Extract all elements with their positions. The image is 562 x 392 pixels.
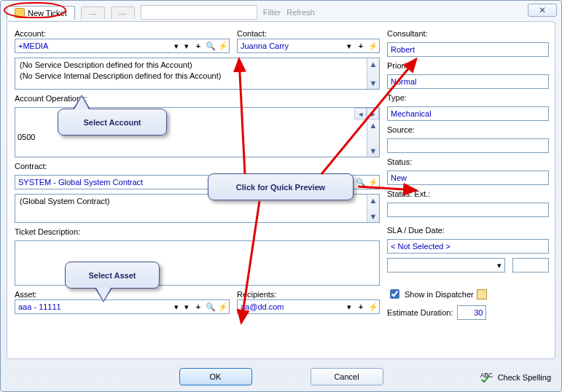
check-spelling-button[interactable]: ABC Check Spelling [480,372,551,383]
asset-label: Asset: [15,290,230,299]
spellcheck-icon: ABC [480,372,493,383]
show-dispatcher-label: Show in Dispatcher [405,290,474,299]
tab-label: New Ticket [28,9,67,17]
annotation-select-account: Select Account [58,109,167,136]
annotation-quick-preview: Click for Quick Preview [208,173,354,200]
asset-quickpreview-button[interactable] [217,301,229,313]
source-input[interactable] [387,138,549,153]
type-input[interactable] [387,106,549,121]
ops-scroll-left-icon: ◂ [354,108,367,119]
service-description-box: (No Service Description defined for this… [15,58,380,90]
svc-line-2: (No Service Internal Description defined… [20,71,375,82]
account-search-button[interactable] [205,40,216,52]
dialog-button-bar: OK Cancel [1,368,561,385]
account-label: Account: [15,29,230,38]
account-add-button[interactable] [192,40,204,52]
scroll-up-icon[interactable]: ▲ [367,195,379,206]
account-input[interactable] [15,39,171,52]
status-ext-input[interactable] [387,203,549,217]
asset-search-button[interactable] [205,301,216,313]
sla-label: SLA / Due Date: [387,226,549,235]
ticket-icon [15,8,25,18]
contact-add-button[interactable] [355,40,367,52]
ticket-desc-label: Ticket Description: [15,227,380,236]
contact-label: Contact: [237,29,380,38]
dispatcher-icon [477,289,487,299]
annotation-select-asset: Select Asset [65,262,160,289]
asset-combo[interactable]: ▾ ▾ [15,299,230,314]
asset-input[interactable] [15,300,171,313]
priority-label: Priority: [387,61,549,70]
right-column: Consultant: Priority: Type: Source: Stat… [387,29,549,351]
consultant-input[interactable] [387,42,549,57]
contract-label: Contract: [15,162,380,170]
ok-button[interactable]: OK [179,368,252,385]
scroll-down-icon[interactable]: ▼ [367,211,379,222]
scroll-up-icon[interactable]: ▲ [367,119,379,131]
recipients-quickpreview-button[interactable] [367,301,379,313]
account-dropdown-icon2[interactable]: ▾ [182,42,192,51]
tab-disabled-1: --- [81,7,105,19]
asset-dropdown-icon[interactable]: ▾ [171,302,182,312]
tab-new-ticket[interactable]: New Ticket [7,6,75,20]
scroll-down-icon[interactable]: ▼ [367,145,379,157]
contact-dropdown-icon[interactable]: ▾ [344,42,354,51]
contract-search-button[interactable] [355,176,367,188]
recipients-label: Recipients: [237,290,380,299]
filter-label: Filter [263,8,281,17]
cancel-button[interactable]: Cancel [311,368,383,385]
consultant-label: Consultant: [387,29,549,38]
ops-scrollbar[interactable]: ▲ ▼ [367,119,379,157]
source-label: Source: [387,125,549,134]
scroll-down-icon[interactable]: ▼ [367,77,379,89]
sla-select[interactable] [387,239,549,254]
estimate-duration-label: Estimate Duration: [387,308,453,317]
status-input[interactable] [387,170,549,185]
ops-mini-scroll[interactable]: ◂▸ [354,108,379,119]
tab-bar: New Ticket --- --- Filter Refresh ✕ [1,1,561,21]
contact-combo[interactable]: ▾ [237,39,380,53]
asset-add-button[interactable] [192,301,204,313]
close-icon: ✕ [539,5,546,15]
estimate-duration-input[interactable] [457,305,486,320]
sla-time-input[interactable] [512,258,549,273]
scroll-up-icon[interactable]: ▲ [367,58,379,70]
svc-line-1: (No Service Description defined for this… [20,60,375,71]
close-button[interactable]: ✕ [528,4,557,17]
new-ticket-dialog: New Ticket --- --- Filter Refresh ✕ Acco… [0,0,562,392]
show-dispatcher-checkbox[interactable] [390,289,399,299]
contact-input[interactable] [238,39,344,52]
top-find-input[interactable] [141,5,257,20]
contract-scrollbar[interactable]: ▲ ▼ [367,195,379,222]
account-quickpreview-button[interactable] [217,40,229,52]
account-dropdown-icon[interactable]: ▾ [171,42,182,51]
status-ext-label: Status: Ext.: [387,189,549,198]
ops-scroll-right-icon: ▸ [367,108,379,119]
contract-quickpreview-button[interactable] [367,176,379,188]
priority-input[interactable] [387,74,549,89]
account-ops-label: Account Operations: [15,94,380,103]
tab-disabled-2: --- [111,7,135,19]
account-combo[interactable]: ▾ ▾ [15,39,230,53]
sla-date-input[interactable]: ▾ [387,258,505,273]
type-label: Type: [387,93,549,102]
chevron-down-icon[interactable]: ▾ [494,261,504,270]
status-label: Status: [387,157,549,166]
recipients-combo[interactable]: ▾ [237,299,380,314]
svc-scrollbar[interactable]: ▲ ▼ [367,58,379,89]
recipients-dropdown-icon[interactable]: ▾ [344,302,354,312]
contact-quickpreview-button[interactable] [367,40,379,52]
recipients-input[interactable] [238,300,344,313]
recipients-add-button[interactable] [355,301,367,313]
asset-dropdown-icon2[interactable]: ▾ [182,302,192,312]
refresh-button[interactable]: Refresh [286,8,315,17]
